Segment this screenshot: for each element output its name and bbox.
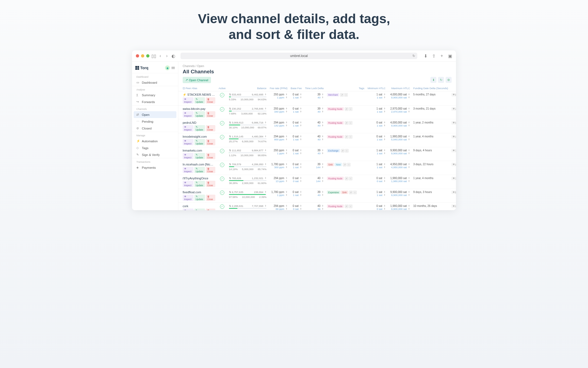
sidebar-toggle-icon[interactable]: ▯▯ bbox=[152, 54, 156, 58]
close-button[interactable]: 🗑 Close bbox=[206, 167, 215, 173]
tag-less-icon[interactable]: ‹ bbox=[345, 149, 349, 153]
channel-id-pill[interactable]: 👁 8d44 bbox=[451, 93, 456, 96]
sidebar-item-summary[interactable]: ΣSummary bbox=[132, 92, 178, 98]
close-button[interactable]: 🗑 Close bbox=[206, 139, 215, 145]
peer-name[interactable]: swiss-bitcoin-pay bbox=[183, 107, 215, 110]
peer-name[interactable]: ⚡ STACKER.NEWS ⚡ bbox=[183, 93, 215, 96]
sidebar-item-closed[interactable]: ⊘Closed bbox=[132, 125, 178, 132]
tag-less-icon[interactable]: ‹ bbox=[349, 107, 353, 111]
update-button[interactable]: ✎ Update bbox=[194, 153, 205, 159]
tag[interactable]: Routing Node bbox=[327, 135, 344, 138]
url-bar[interactable]: umbrel.local ↻ bbox=[180, 53, 417, 59]
update-button[interactable]: ✎ Update bbox=[194, 111, 205, 117]
peer-name[interactable]: pedroLND bbox=[183, 121, 215, 124]
minimize-window-icon[interactable] bbox=[141, 54, 144, 58]
inspect-button[interactable]: 👁 Inspect bbox=[183, 153, 194, 159]
globe-icon[interactable]: ◉ bbox=[165, 65, 170, 70]
col-active[interactable]: Active bbox=[217, 85, 227, 91]
menu-icon[interactable] bbox=[171, 67, 175, 69]
channel-id-pill[interactable]: 👁 14e6 bbox=[451, 177, 456, 180]
tag-expand-icon[interactable]: ↗ bbox=[340, 93, 344, 97]
peer-name[interactable]: fixedfloat.com bbox=[183, 191, 215, 194]
new-tab-icon[interactable]: + bbox=[440, 54, 444, 58]
close-button[interactable]: 🗑 Close bbox=[206, 209, 215, 210]
open-channel-button[interactable]: ↗ Open Channel bbox=[183, 77, 211, 83]
sidebar-item-dashboard[interactable]: ▭Dashboard bbox=[132, 79, 178, 86]
tag[interactable]: Merchant bbox=[327, 93, 339, 96]
sidebar-item-tags[interactable]: ◇Tags bbox=[132, 144, 178, 151]
tag-expand-icon[interactable]: ↗ bbox=[345, 204, 348, 208]
close-button[interactable]: 🗑 Close bbox=[206, 153, 215, 159]
reload-icon[interactable]: ↻ bbox=[412, 54, 415, 58]
close-window-icon[interactable] bbox=[136, 54, 139, 58]
tag-less-icon[interactable]: ‹ bbox=[349, 177, 353, 180]
tag[interactable]: Exchange bbox=[327, 149, 340, 152]
tag-less-icon[interactable]: ‹ bbox=[353, 191, 357, 194]
col-tags[interactable]: Tags bbox=[325, 85, 366, 91]
tag-expand-icon[interactable]: ↗ bbox=[343, 163, 347, 167]
tag[interactable]: Routing Node bbox=[327, 177, 344, 180]
col-fee-rate[interactable]: Fee rate (PPM) bbox=[268, 85, 289, 91]
back-icon[interactable]: ‹ bbox=[158, 54, 163, 58]
col-peer[interactable]: ⊡ Peer Alias bbox=[178, 85, 217, 91]
tag-expand-icon[interactable]: ↗ bbox=[349, 191, 353, 194]
peer-name[interactable]: ln.nicehash.com [Nic… bbox=[183, 163, 215, 166]
update-button[interactable]: ✎ Update bbox=[194, 125, 205, 131]
inspect-button[interactable]: 👁 Inspect bbox=[183, 139, 194, 145]
tag-less-icon[interactable]: ‹ bbox=[349, 121, 353, 125]
update-button[interactable]: ✎ Update bbox=[194, 209, 205, 210]
tag[interactable]: Sink bbox=[341, 191, 348, 194]
tag[interactable]: Sink bbox=[327, 163, 334, 166]
channel-id-pill[interactable]: 👁 ba26 bbox=[451, 191, 456, 194]
inspect-button[interactable]: 👁 Inspect bbox=[183, 167, 194, 173]
tabs-icon[interactable]: ▣ bbox=[448, 54, 452, 58]
sidebar-item-forwards[interactable]: ↪Forwards bbox=[132, 98, 178, 105]
tag[interactable]: Expensive bbox=[327, 191, 340, 194]
channel-id-pill[interactable]: 👁 a617 bbox=[451, 163, 456, 166]
peer-name[interactable]: lnnodeinsight.com bbox=[183, 135, 215, 138]
inspect-button[interactable]: 👁 Inspect bbox=[183, 195, 194, 201]
tag-less-icon[interactable]: ‹ bbox=[344, 93, 348, 97]
filter-button[interactable]: ⚙ bbox=[446, 77, 452, 83]
col-base-fee[interactable]: Base Fee bbox=[289, 85, 304, 91]
peer-name[interactable]: i'llTryAnythingOnce bbox=[183, 177, 215, 180]
col-max-htlc[interactable]: Maximum HTLC bbox=[387, 85, 412, 91]
update-button[interactable]: ✎ Update bbox=[194, 195, 205, 201]
col-tld[interactable]: Time Lock Delta bbox=[303, 85, 325, 91]
close-button[interactable]: 🗑 Close bbox=[206, 97, 215, 104]
inspect-button[interactable]: 👁 Inspect bbox=[183, 111, 194, 117]
sidebar-item-sign---verify[interactable]: ✎Sign & Verify bbox=[132, 151, 178, 158]
tag-less-icon[interactable]: ‹ bbox=[349, 204, 353, 208]
tag-expand-icon[interactable]: ↗ bbox=[345, 107, 348, 111]
share-icon[interactable]: ⇧ bbox=[431, 54, 436, 58]
tag-expand-icon[interactable]: ↗ bbox=[345, 121, 348, 125]
tag[interactable]: New bbox=[335, 163, 342, 166]
tag-expand-icon[interactable]: ↗ bbox=[341, 149, 345, 153]
tag[interactable]: Routing Node bbox=[327, 204, 344, 208]
col-min-htlc[interactable]: Minimum HTLC bbox=[366, 85, 387, 91]
col-funding[interactable]: Funding Date Delta (Seconds) bbox=[412, 85, 450, 91]
close-button[interactable]: 🗑 Close bbox=[206, 125, 215, 131]
tag[interactable]: Routing Node bbox=[327, 121, 344, 125]
shield-icon[interactable]: ◐ bbox=[171, 54, 176, 58]
channel-id-pill[interactable]: 👁 7170 bbox=[451, 149, 456, 152]
sidebar-item-automation[interactable]: ⚡Automation bbox=[132, 138, 178, 144]
tag[interactable]: Routing Node bbox=[327, 107, 344, 111]
update-button[interactable]: ✎ Update bbox=[194, 139, 205, 145]
col-balance[interactable]: Balance bbox=[227, 85, 268, 91]
update-button[interactable]: ✎ Update bbox=[194, 97, 205, 104]
peer-name[interactable]: cork bbox=[183, 204, 215, 208]
tag-expand-icon[interactable]: ↗ bbox=[345, 177, 348, 180]
maximize-window-icon[interactable] bbox=[146, 54, 149, 58]
sidebar-item-pending[interactable]: ⋯Pending bbox=[132, 118, 178, 125]
refresh-button[interactable]: ↻ bbox=[438, 77, 444, 83]
sidebar-item-open[interactable]: ⇄Open bbox=[134, 111, 176, 118]
inspect-button[interactable]: 👁 Inspect bbox=[183, 209, 194, 210]
inspect-button[interactable]: 👁 Inspect bbox=[183, 181, 194, 187]
channel-id-pill[interactable]: 👁 4c8ff bbox=[451, 107, 456, 111]
peer-name[interactable]: lnmarkets.com bbox=[183, 149, 215, 152]
channel-id-pill[interactable]: 👁 9f86a bbox=[451, 204, 456, 208]
channel-id-pill[interactable]: 👁 9d37 bbox=[451, 121, 456, 125]
close-button[interactable]: 🗑 Close bbox=[206, 111, 215, 117]
tag-less-icon[interactable]: ‹ bbox=[347, 163, 351, 167]
